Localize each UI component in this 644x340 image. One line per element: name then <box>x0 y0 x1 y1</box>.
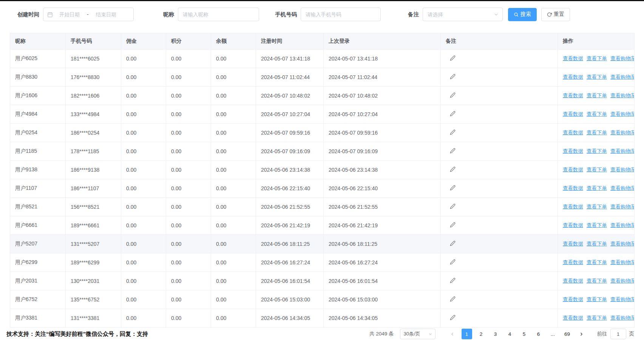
reset-button[interactable]: 重置 <box>541 8 570 21</box>
date-start-input[interactable] <box>53 11 86 18</box>
edit-remark-icon[interactable] <box>450 296 456 302</box>
prev-page-button[interactable] <box>447 329 458 339</box>
view-data-link[interactable]: 查看数据 <box>563 259 583 265</box>
view-orders-link[interactable]: 查看下单 <box>587 204 607 210</box>
view-data-link[interactable]: 查看数据 <box>563 297 583 302</box>
next-page-button[interactable] <box>576 329 587 339</box>
view-data-link[interactable]: 查看数据 <box>563 74 583 80</box>
date-end-input[interactable] <box>90 11 123 18</box>
page-button-69[interactable]: 69 <box>562 329 573 339</box>
view-cart-link[interactable]: 查看购物车 <box>610 259 635 265</box>
view-cart-link[interactable]: 查看购物车 <box>610 148 635 154</box>
refresh-icon <box>547 12 552 17</box>
view-orders-link[interactable]: 查看下单 <box>587 315 607 321</box>
view-orders-link[interactable]: 查看下单 <box>587 130 607 135</box>
view-orders-link[interactable]: 查看下单 <box>587 222 607 228</box>
table-row: 用户0254 186****0254 0.00 0.00 0.00 2024-0… <box>10 124 635 142</box>
page-button-6[interactable]: 6 <box>533 329 544 339</box>
actions-cell: 查看数据查看下单查看购物车 <box>558 142 635 161</box>
edit-remark-icon[interactable] <box>450 148 456 154</box>
remark-select[interactable] <box>423 8 503 21</box>
actions-cell: 查看数据查看下单查看购物车 <box>558 216 635 235</box>
register-time-cell: 2024-05-07 11:02:44 <box>256 68 324 87</box>
view-cart-link[interactable]: 查看购物车 <box>610 315 635 321</box>
view-cart-link[interactable]: 查看购物车 <box>610 204 635 210</box>
view-orders-link[interactable]: 查看下单 <box>587 93 607 98</box>
view-cart-link[interactable]: 查看购物车 <box>610 297 635 302</box>
nickname-cell: 用户6752 <box>10 290 66 309</box>
edit-remark-icon[interactable] <box>450 129 456 135</box>
view-data-link[interactable]: 查看数据 <box>563 241 583 247</box>
edit-remark-icon[interactable] <box>450 74 456 79</box>
actions-cell: 查看数据查看下单查看购物车 <box>558 124 635 142</box>
view-data-link[interactable]: 查看数据 <box>563 167 583 172</box>
view-cart-link[interactable]: 查看购物车 <box>610 167 635 172</box>
view-cart-link[interactable]: 查看购物车 <box>610 74 635 80</box>
view-data-link[interactable]: 查看数据 <box>563 204 583 210</box>
edit-remark-icon[interactable] <box>450 259 456 265</box>
phone-cell: 186****0254 <box>66 124 121 142</box>
page-button-5[interactable]: 5 <box>519 329 530 339</box>
view-data-link[interactable]: 查看数据 <box>563 185 583 191</box>
nickname-input-box <box>178 8 259 21</box>
edit-remark-icon[interactable] <box>450 92 456 98</box>
remark-cell <box>441 216 558 235</box>
view-cart-link[interactable]: 查看购物车 <box>610 241 635 247</box>
edit-remark-icon[interactable] <box>450 222 456 228</box>
view-orders-link[interactable]: 查看下单 <box>587 241 607 247</box>
nickname-input[interactable] <box>178 8 259 21</box>
edit-remark-icon[interactable] <box>450 166 456 172</box>
table-row: 用户6025 181****6025 0.00 0.00 0.00 2024-0… <box>10 50 635 68</box>
page-button-3[interactable]: 3 <box>490 329 501 339</box>
view-orders-link[interactable]: 查看下单 <box>587 259 607 265</box>
view-cart-link[interactable]: 查看购物车 <box>610 56 635 61</box>
phone-input[interactable] <box>301 8 380 21</box>
view-data-link[interactable]: 查看数据 <box>563 93 583 98</box>
phone-cell: 130****2031 <box>66 272 121 290</box>
view-orders-link[interactable]: 查看下单 <box>587 148 607 154</box>
remark-select-value[interactable] <box>423 8 494 21</box>
search-button[interactable]: 搜索 <box>508 8 537 21</box>
view-orders-link[interactable]: 查看下单 <box>587 56 607 61</box>
phone-cell: 189****6299 <box>66 253 121 272</box>
edit-remark-icon[interactable] <box>450 203 456 209</box>
view-cart-link[interactable]: 查看购物车 <box>610 222 635 228</box>
view-cart-link[interactable]: 查看购物车 <box>610 111 635 117</box>
view-data-link[interactable]: 查看数据 <box>563 315 583 321</box>
remark-cell <box>441 179 558 198</box>
view-orders-link[interactable]: 查看下单 <box>587 111 607 117</box>
view-orders-link[interactable]: 查看下单 <box>587 167 607 172</box>
view-data-link[interactable]: 查看数据 <box>563 148 583 154</box>
edit-remark-icon[interactable] <box>450 278 456 283</box>
view-orders-link[interactable]: 查看下单 <box>587 185 607 191</box>
view-cart-link[interactable]: 查看购物车 <box>610 278 635 284</box>
view-data-link[interactable]: 查看数据 <box>563 111 583 117</box>
view-cart-link[interactable]: 查看购物车 <box>610 130 635 135</box>
page-button-2[interactable]: 2 <box>476 329 486 339</box>
view-orders-link[interactable]: 查看下单 <box>587 297 607 302</box>
edit-remark-icon[interactable] <box>450 185 456 191</box>
more-pages-button[interactable]: ... <box>548 329 558 339</box>
page-button-1[interactable]: 1 <box>462 329 472 339</box>
view-cart-link[interactable]: 查看购物车 <box>610 93 635 98</box>
edit-remark-icon[interactable] <box>450 241 456 246</box>
edit-remark-icon[interactable] <box>450 111 456 116</box>
view-cart-link[interactable]: 查看购物车 <box>610 185 635 191</box>
actions-cell: 查看数据查看下单查看购物车 <box>558 68 635 87</box>
table-row: 用户1185 178****1185 0.00 0.00 0.00 2024-0… <box>10 142 635 161</box>
remark-cell <box>441 87 558 105</box>
view-orders-link[interactable]: 查看下单 <box>587 74 607 80</box>
view-data-link[interactable]: 查看数据 <box>563 56 583 61</box>
view-orders-link[interactable]: 查看下单 <box>587 278 607 284</box>
page-size-select[interactable]: 30条/页 <box>400 329 436 339</box>
edit-remark-icon[interactable] <box>450 55 456 61</box>
view-data-link[interactable]: 查看数据 <box>563 222 583 228</box>
register-time-cell: 2024-05-06 23:14:38 <box>256 161 324 179</box>
view-data-link[interactable]: 查看数据 <box>563 130 583 135</box>
actions-cell: 查看数据查看下单查看购物车 <box>558 105 635 124</box>
date-range-picker[interactable]: - <box>43 8 134 21</box>
edit-remark-icon[interactable] <box>450 315 456 320</box>
goto-page-input[interactable] <box>610 329 626 339</box>
page-button-4[interactable]: 4 <box>505 329 515 339</box>
view-data-link[interactable]: 查看数据 <box>563 278 583 284</box>
